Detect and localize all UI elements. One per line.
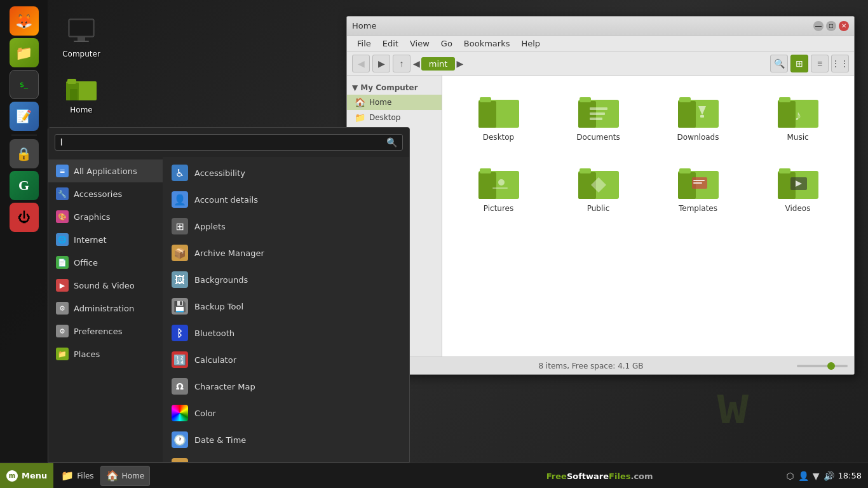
- app-accessibility[interactable]: ♿ Accessibility: [163, 159, 409, 186]
- fm-zoom-slider[interactable]: [797, 365, 848, 367]
- svg-rect-32: [492, 187, 508, 189]
- fm-menu-bookmarks[interactable]: Bookmarks: [459, 37, 515, 50]
- volume-tray-icon[interactable]: 🔊: [824, 471, 834, 481]
- fm-forward-button[interactable]: ▶: [372, 55, 390, 72]
- dock-terminal[interactable]: $_: [10, 70, 39, 99]
- fm-mycomputer-header: ▼ My Computer: [347, 81, 442, 95]
- app-applets[interactable]: ⊞ Applets: [163, 213, 409, 240]
- app-backup[interactable]: 💾 Backup Tool: [163, 293, 409, 320]
- fm-folder-templates[interactable]: Templates: [654, 159, 742, 218]
- fm-list-view-button[interactable]: ≡: [811, 55, 829, 72]
- user-tray-icon[interactable]: 👤: [798, 471, 809, 481]
- taskbar-items: 📁 Files 🏠 Home: [53, 463, 419, 488]
- category-internet[interactable]: 🌐 Internet: [48, 228, 163, 251]
- fm-folder-desktop[interactable]: Desktop: [455, 88, 542, 147]
- dock-files[interactable]: 📁: [10, 38, 39, 67]
- fm-folder-pictures[interactable]: Pictures: [455, 159, 542, 218]
- home-folder-icon: [66, 72, 97, 103]
- fm-breadcrumb-next[interactable]: ▶: [456, 58, 463, 69]
- search-button[interactable]: 🔍: [386, 137, 397, 147]
- fm-statusbar: ≡ ⊞ 8 items, Free space: 4.1 GB: [347, 356, 854, 374]
- fm-menu-view[interactable]: View: [405, 37, 435, 50]
- fm-close-button[interactable]: ✕: [839, 21, 849, 31]
- fm-compact-view-button[interactable]: ⋮⋮: [831, 55, 849, 72]
- search-input[interactable]: [60, 137, 386, 147]
- app-charmap[interactable]: Ω Character Map: [163, 373, 409, 400]
- downloads-folder-label: Downloads: [677, 133, 719, 142]
- taskbar-menu-label: Menu: [22, 471, 47, 480]
- desktop-icon-computer[interactable]: Computer: [56, 13, 107, 62]
- svg-text:♪: ♪: [794, 107, 801, 123]
- svg-point-31: [498, 179, 505, 186]
- svg-rect-41: [693, 182, 702, 184]
- category-office[interactable]: 📄 Office: [48, 251, 163, 274]
- app-calculator[interactable]: 🔢 Calculator: [163, 346, 409, 373]
- desktop-folder-label: Desktop: [483, 133, 515, 142]
- templates-folder-label: Templates: [679, 204, 717, 213]
- svg-rect-23: [700, 115, 704, 118]
- taskbar-item-home[interactable]: 🏠 Home: [100, 466, 150, 486]
- fm-search-button[interactable]: 🔍: [770, 55, 788, 72]
- svg-rect-21: [679, 97, 691, 102]
- dock-power[interactable]: ⏻: [10, 203, 39, 232]
- menu-apps: ♿ Accessibility 👤 Account details ⊞ Appl…: [163, 157, 409, 462]
- fm-minimize-button[interactable]: —: [813, 21, 824, 31]
- taskbar-menu-button[interactable]: m Menu: [0, 463, 53, 488]
- app-desklets[interactable]: 🗔 Desklets: [163, 453, 409, 462]
- category-accessories[interactable]: 🔧 Accessories: [48, 182, 163, 205]
- fm-folder-downloads[interactable]: Downloads: [654, 88, 742, 147]
- desktop-icon-home[interactable]: Home: [56, 69, 107, 118]
- category-places[interactable]: 📁 Places: [48, 342, 163, 365]
- fm-menu-edit[interactable]: Edit: [377, 37, 403, 50]
- fm-sidebar-desktop[interactable]: 📁 Desktop: [347, 110, 442, 125]
- app-color[interactable]: Color: [163, 400, 409, 426]
- search-input-wrap[interactable]: 🔍: [55, 134, 403, 151]
- taskbar-item-files[interactable]: 📁 Files: [56, 466, 98, 486]
- backgrounds-icon: 🖼: [172, 271, 188, 288]
- fm-menu-help[interactable]: Help: [516, 37, 545, 50]
- dock-firefox[interactable]: 🦊: [10, 6, 39, 36]
- fm-breadcrumb-prev[interactable]: ◀: [413, 58, 420, 69]
- dock-lock[interactable]: 🔒: [10, 139, 39, 168]
- app-account[interactable]: 👤 Account details: [163, 186, 409, 213]
- app-bluetooth[interactable]: ᛒ Bluetooth: [163, 320, 409, 346]
- fm-menu-file[interactable]: File: [352, 37, 376, 50]
- category-administration[interactable]: ⚙ Administration: [48, 297, 163, 320]
- app-archive[interactable]: 📦 Archive Manager: [163, 240, 409, 266]
- fm-back-button[interactable]: ◀: [352, 55, 370, 72]
- svg-rect-30: [480, 168, 491, 173]
- fm-sidebar-home[interactable]: 🏠 Home: [347, 95, 442, 110]
- dock-text-editor[interactable]: 📝: [10, 102, 39, 131]
- taskbar-watermark: FreeSoftwareFiles.com: [419, 470, 780, 482]
- taskbar-files-label: Files: [77, 471, 93, 480]
- fm-breadcrumb-mint[interactable]: mint: [421, 57, 456, 71]
- fm-maximize-button[interactable]: □: [826, 21, 836, 31]
- taskbar-systray: ⬡ 👤 ▼ 🔊 18:58: [780, 463, 868, 488]
- app-datetime[interactable]: 🕐 Date & Time: [163, 426, 409, 453]
- fm-up-button[interactable]: ↑: [393, 55, 410, 72]
- svg-rect-11: [478, 101, 496, 128]
- fm-menu-go[interactable]: Go: [436, 37, 458, 50]
- app-backgrounds[interactable]: 🖼 Backgrounds: [163, 266, 409, 293]
- charmap-icon: Ω: [172, 378, 188, 395]
- fm-folder-videos[interactable]: Videos: [754, 159, 841, 218]
- category-preferences[interactable]: ⚙ Preferences: [48, 320, 163, 342]
- dock-grammarly[interactable]: G: [10, 171, 39, 200]
- category-graphics[interactable]: 🎨 Graphics: [48, 205, 163, 228]
- svg-rect-18: [590, 118, 602, 120]
- network-tray-icon[interactable]: ▼: [813, 471, 820, 481]
- category-all[interactable]: ≡ All Applications: [48, 159, 163, 182]
- fm-folder-music[interactable]: ♪ Music: [754, 88, 841, 147]
- svg-rect-44: [779, 168, 790, 173]
- prefs-icon: ⚙: [56, 325, 69, 337]
- fm-icon-view-button[interactable]: ⊞: [790, 55, 808, 72]
- fm-zoom-track: [797, 365, 848, 367]
- fm-title: Home: [352, 21, 376, 30]
- svg-rect-3: [70, 20, 93, 36]
- fm-folder-public[interactable]: Public: [555, 159, 642, 218]
- fm-menubar: File Edit View Go Bookmarks Help: [347, 36, 854, 52]
- category-sound[interactable]: ▶ Sound & Video: [48, 274, 163, 297]
- accessories-icon: 🔧: [56, 187, 69, 200]
- fm-folder-documents[interactable]: Documents: [555, 88, 642, 147]
- bluetooth-tray-icon[interactable]: ⬡: [787, 471, 794, 481]
